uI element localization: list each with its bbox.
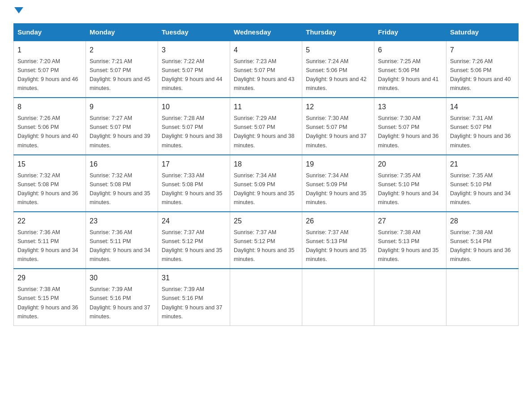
day-number: 24 (162, 216, 226, 227)
day-info: Sunrise: 7:39 AMSunset: 5:16 PMDaylight:… (90, 286, 150, 319)
day-info: Sunrise: 7:26 AMSunset: 5:06 PMDaylight:… (450, 58, 511, 91)
calendar-cell: 4 Sunrise: 7:23 AMSunset: 5:07 PMDayligh… (230, 41, 302, 98)
logo-triangle-icon (14, 7, 23, 13)
day-number: 22 (17, 216, 82, 227)
calendar-cell: 21 Sunrise: 7:35 AMSunset: 5:10 PMDaylig… (446, 155, 519, 212)
calendar-cell: 22 Sunrise: 7:36 AMSunset: 5:11 PMDaylig… (14, 212, 86, 269)
calendar-week-row-5: 29 Sunrise: 7:38 AMSunset: 5:15 PMDaylig… (14, 269, 519, 325)
calendar-cell: 8 Sunrise: 7:26 AMSunset: 5:06 PMDayligh… (14, 98, 86, 154)
day-number: 11 (234, 102, 298, 113)
calendar-cell: 25 Sunrise: 7:37 AMSunset: 5:12 PMDaylig… (230, 212, 302, 269)
logo (13, 9, 23, 15)
day-info: Sunrise: 7:32 AMSunset: 5:08 PMDaylight:… (17, 172, 78, 206)
day-info: Sunrise: 7:35 AMSunset: 5:10 PMDaylight:… (378, 172, 439, 206)
calendar-header-sunday: Sunday (14, 24, 86, 41)
day-info: Sunrise: 7:29 AMSunset: 5:07 PMDaylight:… (234, 115, 295, 148)
day-number: 3 (162, 45, 226, 56)
calendar-header-monday: Monday (86, 24, 158, 41)
day-info: Sunrise: 7:36 AMSunset: 5:11 PMDaylight:… (17, 229, 78, 262)
calendar-cell: 13 Sunrise: 7:30 AMSunset: 5:07 PMDaylig… (374, 98, 446, 154)
day-info: Sunrise: 7:38 AMSunset: 5:14 PMDaylight:… (450, 229, 511, 262)
page-header (13, 9, 519, 15)
day-info: Sunrise: 7:38 AMSunset: 5:15 PMDaylight:… (17, 286, 78, 319)
calendar-header-wednesday: Wednesday (230, 24, 302, 41)
calendar-cell: 19 Sunrise: 7:34 AMSunset: 5:09 PMDaylig… (302, 155, 374, 212)
day-number: 25 (234, 216, 298, 227)
calendar-cell: 17 Sunrise: 7:33 AMSunset: 5:08 PMDaylig… (158, 155, 230, 212)
day-info: Sunrise: 7:21 AMSunset: 5:07 PMDaylight:… (90, 58, 150, 91)
day-number: 6 (378, 45, 442, 56)
calendar-cell: 10 Sunrise: 7:28 AMSunset: 5:07 PMDaylig… (158, 98, 230, 154)
day-info: Sunrise: 7:35 AMSunset: 5:10 PMDaylight:… (450, 172, 511, 206)
day-number: 2 (90, 45, 154, 56)
day-number: 4 (234, 45, 298, 56)
calendar-cell (302, 269, 374, 325)
calendar-cell: 11 Sunrise: 7:29 AMSunset: 5:07 PMDaylig… (230, 98, 302, 154)
day-info: Sunrise: 7:24 AMSunset: 5:06 PMDaylight:… (306, 58, 367, 91)
calendar-cell: 5 Sunrise: 7:24 AMSunset: 5:06 PMDayligh… (302, 41, 374, 98)
day-info: Sunrise: 7:37 AMSunset: 5:12 PMDaylight:… (162, 229, 223, 262)
day-info: Sunrise: 7:39 AMSunset: 5:16 PMDaylight:… (162, 286, 223, 319)
calendar-cell: 14 Sunrise: 7:31 AMSunset: 5:07 PMDaylig… (446, 98, 519, 154)
calendar-table: SundayMondayTuesdayWednesdayThursdayFrid… (13, 23, 519, 326)
day-number: 13 (378, 102, 442, 113)
day-number: 31 (162, 273, 226, 284)
calendar-cell: 1 Sunrise: 7:20 AMSunset: 5:07 PMDayligh… (14, 41, 86, 98)
day-number: 17 (162, 159, 226, 170)
day-number: 14 (450, 102, 515, 113)
calendar-cell: 30 Sunrise: 7:39 AMSunset: 5:16 PMDaylig… (86, 269, 158, 325)
day-info: Sunrise: 7:31 AMSunset: 5:07 PMDaylight:… (450, 115, 511, 148)
day-number: 1 (17, 45, 82, 56)
calendar-cell (230, 269, 302, 325)
day-info: Sunrise: 7:30 AMSunset: 5:07 PMDaylight:… (378, 115, 439, 148)
calendar-header-friday: Friday (374, 24, 446, 41)
calendar-cell: 6 Sunrise: 7:25 AMSunset: 5:06 PMDayligh… (374, 41, 446, 98)
day-number: 12 (306, 102, 370, 113)
day-number: 20 (378, 159, 442, 170)
day-info: Sunrise: 7:26 AMSunset: 5:06 PMDaylight:… (17, 115, 78, 148)
day-number: 5 (306, 45, 370, 56)
calendar-cell: 24 Sunrise: 7:37 AMSunset: 5:12 PMDaylig… (158, 212, 230, 269)
calendar-header-thursday: Thursday (302, 24, 374, 41)
day-number: 26 (306, 216, 370, 227)
calendar-week-row-4: 22 Sunrise: 7:36 AMSunset: 5:11 PMDaylig… (14, 212, 519, 269)
calendar-cell: 28 Sunrise: 7:38 AMSunset: 5:14 PMDaylig… (446, 212, 519, 269)
calendar-cell: 20 Sunrise: 7:35 AMSunset: 5:10 PMDaylig… (374, 155, 446, 212)
calendar-cell (374, 269, 446, 325)
calendar-cell: 23 Sunrise: 7:36 AMSunset: 5:11 PMDaylig… (86, 212, 158, 269)
calendar-cell: 27 Sunrise: 7:38 AMSunset: 5:13 PMDaylig… (374, 212, 446, 269)
day-number: 7 (450, 45, 515, 56)
calendar-cell: 26 Sunrise: 7:37 AMSunset: 5:13 PMDaylig… (302, 212, 374, 269)
calendar-cell: 31 Sunrise: 7:39 AMSunset: 5:16 PMDaylig… (158, 269, 230, 325)
calendar-header-saturday: Saturday (446, 24, 519, 41)
calendar-cell (446, 269, 519, 325)
day-info: Sunrise: 7:28 AMSunset: 5:07 PMDaylight:… (162, 115, 223, 148)
calendar-week-row-2: 8 Sunrise: 7:26 AMSunset: 5:06 PMDayligh… (14, 98, 519, 154)
day-info: Sunrise: 7:20 AMSunset: 5:07 PMDaylight:… (17, 58, 78, 91)
day-info: Sunrise: 7:23 AMSunset: 5:07 PMDaylight:… (234, 58, 295, 91)
day-number: 18 (234, 159, 298, 170)
day-info: Sunrise: 7:33 AMSunset: 5:08 PMDaylight:… (162, 172, 223, 206)
day-number: 23 (90, 216, 154, 227)
calendar-cell: 2 Sunrise: 7:21 AMSunset: 5:07 PMDayligh… (86, 41, 158, 98)
day-info: Sunrise: 7:34 AMSunset: 5:09 PMDaylight:… (234, 172, 295, 206)
calendar-week-row-1: 1 Sunrise: 7:20 AMSunset: 5:07 PMDayligh… (14, 41, 519, 98)
day-info: Sunrise: 7:27 AMSunset: 5:07 PMDaylight:… (90, 115, 150, 148)
day-info: Sunrise: 7:34 AMSunset: 5:09 PMDaylight:… (306, 172, 367, 206)
day-info: Sunrise: 7:37 AMSunset: 5:13 PMDaylight:… (306, 229, 367, 262)
calendar-header-tuesday: Tuesday (158, 24, 230, 41)
day-info: Sunrise: 7:36 AMSunset: 5:11 PMDaylight:… (90, 229, 150, 262)
calendar-header-row: SundayMondayTuesdayWednesdayThursdayFrid… (14, 24, 519, 41)
calendar-cell: 9 Sunrise: 7:27 AMSunset: 5:07 PMDayligh… (86, 98, 158, 154)
day-info: Sunrise: 7:22 AMSunset: 5:07 PMDaylight:… (162, 58, 223, 91)
day-info: Sunrise: 7:25 AMSunset: 5:06 PMDaylight:… (378, 58, 439, 91)
day-number: 8 (17, 102, 82, 113)
day-number: 28 (450, 216, 515, 227)
day-number: 19 (306, 159, 370, 170)
day-info: Sunrise: 7:32 AMSunset: 5:08 PMDaylight:… (90, 172, 150, 206)
day-number: 30 (90, 273, 154, 284)
day-number: 27 (378, 216, 442, 227)
calendar-cell: 16 Sunrise: 7:32 AMSunset: 5:08 PMDaylig… (86, 155, 158, 212)
calendar-cell: 12 Sunrise: 7:30 AMSunset: 5:07 PMDaylig… (302, 98, 374, 154)
day-info: Sunrise: 7:30 AMSunset: 5:07 PMDaylight:… (306, 115, 367, 148)
